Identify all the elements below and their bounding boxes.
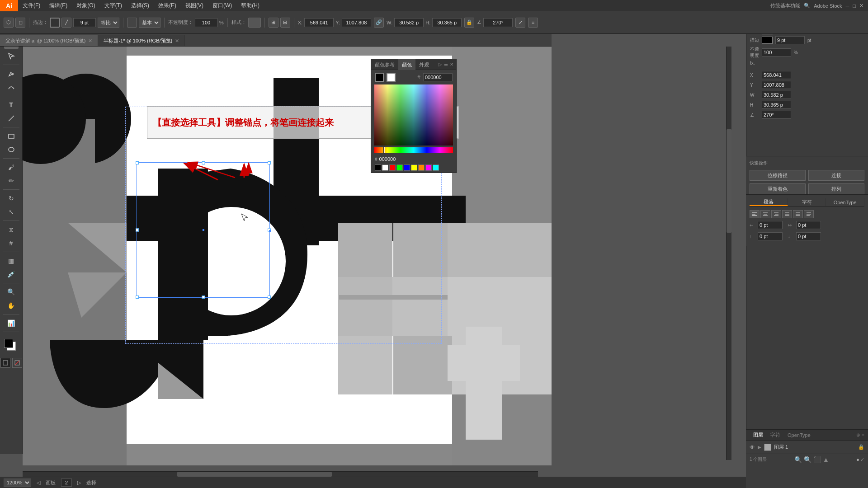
tab-0-close[interactable]: ✕ <box>88 35 92 46</box>
cp-expand-icon[interactable]: ▷ <box>439 62 442 67</box>
graph-tool[interactable]: 📊 <box>4 317 19 329</box>
cp-tab-appearance[interactable]: 外观 <box>415 59 433 70</box>
fg-color-swatch[interactable] <box>4 339 13 348</box>
cp-menu-icon[interactable]: ☰ <box>444 62 448 67</box>
constrain-icon[interactable]: 🔒 <box>464 18 474 28</box>
tab-1[interactable]: 半标题-1* @ 100% (RGB/预览) ✕ <box>98 35 185 46</box>
align-justify-btn[interactable] <box>782 210 792 218</box>
rp-opacity-input[interactable] <box>762 48 791 56</box>
v-scroll-thumb[interactable] <box>726 129 731 233</box>
align-left-btn[interactable] <box>750 210 760 218</box>
align-icon2[interactable]: ≡ <box>528 18 538 28</box>
qa-connect[interactable]: 连接 <box>808 170 864 181</box>
align-justify-last-btn[interactable] <box>804 210 814 218</box>
warp-icon[interactable]: ⤢ <box>515 18 525 28</box>
typo-tab-opentype[interactable]: OpenType <box>826 198 864 206</box>
rp-w-input[interactable] <box>762 91 791 99</box>
right-indent-input[interactable] <box>796 221 821 229</box>
style-swatch[interactable] <box>248 18 261 28</box>
text-tool[interactable]: T <box>4 99 19 111</box>
typo-tab-para[interactable]: 段落 <box>750 198 788 206</box>
cp-hex-input[interactable] <box>423 73 453 81</box>
page-input[interactable] <box>61 479 72 487</box>
menu-text[interactable]: 文字(T) <box>100 0 127 11</box>
rect-tool[interactable] <box>4 130 19 142</box>
brush-tool[interactable]: 🖌 <box>4 161 19 174</box>
qa-arrange[interactable]: 排列 <box>808 183 864 194</box>
menu-help[interactable]: 帮助(H) <box>236 0 264 11</box>
swatch-green[interactable] <box>396 164 403 171</box>
blend-tool[interactable]: ⧖ <box>4 223 19 236</box>
distribute-icon[interactable]: ⊟ <box>280 18 290 28</box>
swatch-black[interactable] <box>375 164 381 171</box>
layers-tab-char[interactable]: 字符 <box>767 432 784 438</box>
layer-visibility-icon[interactable]: 👁 <box>750 444 755 450</box>
rp-stroke-width[interactable] <box>775 36 805 44</box>
stroke-style-select[interactable]: 等比 <box>98 18 119 28</box>
qa-offset-path[interactable]: 位移路径 <box>750 170 806 181</box>
fill-color-swatch[interactable] <box>127 18 137 28</box>
nav-right-icon[interactable]: ▷ <box>77 480 81 486</box>
color-gradient-picker[interactable] <box>374 84 453 145</box>
x-input[interactable] <box>304 18 334 27</box>
cp-tab-ref[interactable]: 颜色参考 <box>371 59 398 70</box>
align-right-btn[interactable] <box>771 210 781 218</box>
mesh-tool[interactable]: # <box>4 237 19 249</box>
align-justify-all-btn[interactable] <box>793 210 803 218</box>
rp-x-input[interactable] <box>762 71 791 79</box>
stroke-width-icon[interactable]: ╱ <box>61 18 71 28</box>
add-layer-icon[interactable]: 🔍 <box>794 456 802 463</box>
cp-tab-color[interactable]: 颜色 <box>398 59 415 70</box>
close-btn[interactable]: ✕ <box>859 3 863 9</box>
stroke-color-swatch[interactable] <box>50 18 60 28</box>
rp-y-input[interactable] <box>762 81 791 89</box>
zoom-tool[interactable]: 🔍 <box>4 286 19 298</box>
swatch-magenta[interactable] <box>425 164 432 171</box>
swatch-cyan[interactable] <box>433 164 439 171</box>
rp-angle-input[interactable] <box>762 111 791 119</box>
nav-left-icon[interactable]: ◁ <box>37 480 40 486</box>
vertical-scrollbar[interactable] <box>726 47 731 460</box>
gradient-tool[interactable]: ▥ <box>4 254 19 267</box>
before-space-input[interactable] <box>758 232 783 240</box>
tab-1-close[interactable]: ✕ <box>175 35 179 46</box>
minimize-btn[interactable]: ─ <box>846 3 849 9</box>
angle-input[interactable] <box>483 18 513 27</box>
menu-view[interactable]: 视图(V) <box>181 0 208 11</box>
pen-tool[interactable] <box>4 67 19 80</box>
y-input[interactable] <box>342 18 371 27</box>
fill-mode-btn[interactable] <box>0 358 10 368</box>
direct-tool-icon[interactable]: ◻ <box>15 18 25 28</box>
left-indent-input[interactable] <box>758 221 783 229</box>
swatch-white[interactable] <box>382 164 388 171</box>
align-center-btn[interactable] <box>760 210 770 218</box>
curvature-tool[interactable] <box>4 81 19 94</box>
eyedropper-tool[interactable]: 💉 <box>4 268 19 281</box>
typo-tab-char[interactable]: 字符 <box>788 198 826 206</box>
align-icon[interactable]: ⊞ <box>269 18 278 28</box>
menu-select[interactable]: 选择(S) <box>127 0 154 11</box>
menu-edit[interactable]: 编辑(E) <box>45 0 72 11</box>
w-input[interactable] <box>394 18 424 27</box>
h-input[interactable] <box>432 18 462 27</box>
cp-close-icon[interactable]: ✕ <box>450 62 453 67</box>
hand-tool[interactable]: ✋ <box>4 299 19 312</box>
direct-selection-tool[interactable] <box>4 50 19 62</box>
opacity-input[interactable] <box>195 18 217 27</box>
h-scroll-thumb[interactable] <box>177 472 332 477</box>
menu-object[interactable]: 对象(O) <box>72 0 99 11</box>
swatch-orange[interactable] <box>418 164 425 171</box>
cp-fg-swatch[interactable] <box>375 73 384 82</box>
swatch-red[interactable] <box>389 164 396 171</box>
fill-style-select[interactable]: 基本 <box>139 18 160 28</box>
none-mode-btn[interactable] <box>12 358 22 368</box>
rp-h-input[interactable] <box>762 101 791 109</box>
layers-tab-active[interactable]: 图层 <box>750 432 767 438</box>
scale-tool[interactable]: ⤡ <box>4 206 19 218</box>
after-space-input[interactable] <box>796 232 821 240</box>
move-layer-icon[interactable]: ⬛ <box>813 456 821 463</box>
rotate-tool[interactable]: ↻ <box>4 192 19 205</box>
options-layer-icon[interactable]: ▲ <box>823 456 829 463</box>
swatch-blue[interactable] <box>404 164 410 171</box>
cp-bg-swatch[interactable] <box>387 73 396 82</box>
